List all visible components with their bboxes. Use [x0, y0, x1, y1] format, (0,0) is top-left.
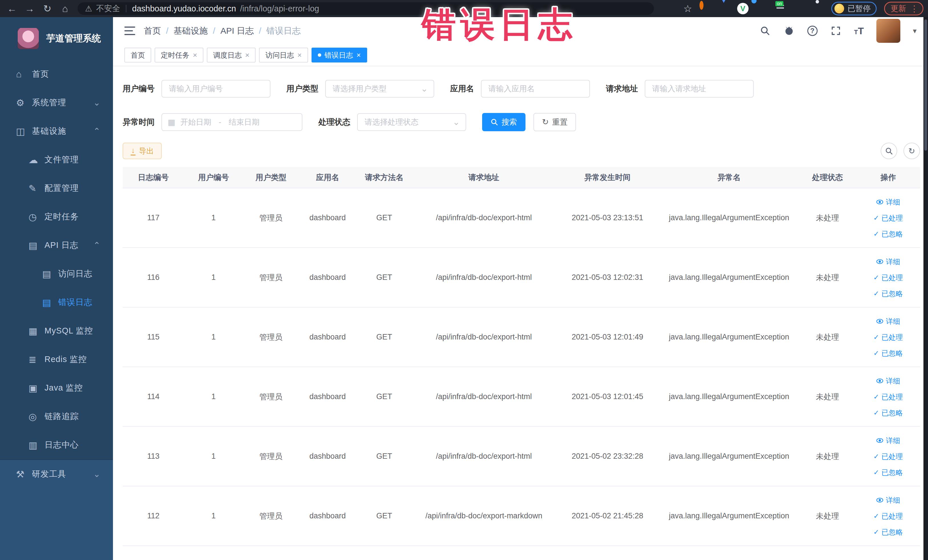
mark-processed-link[interactable]: ✓ 已处理 [858, 389, 918, 405]
detail-link[interactable]: 详细 [858, 373, 918, 389]
detail-link[interactable]: 详细 [858, 492, 918, 508]
tab-2[interactable]: 调度日志× [207, 48, 256, 63]
sidebar-item-jobs[interactable]: ◷定时任务 [0, 203, 113, 231]
table-row: 114 1 管理员 dashboard GET /api/infra/db-do… [123, 367, 920, 426]
cell-method: GET [356, 486, 412, 546]
back-icon[interactable]: ← [5, 1, 20, 16]
tab-1[interactable]: 定时任务× [155, 48, 203, 63]
search-icon[interactable] [759, 25, 771, 37]
sidebar-item-files[interactable]: ☁文件管理 [0, 145, 113, 174]
toggle-search-button[interactable] [881, 143, 897, 159]
cell-user-id: 1 [184, 486, 243, 546]
detail-link[interactable]: 详细 [858, 194, 918, 210]
reset-button-label: 重置 [552, 117, 568, 127]
github-icon[interactable] [783, 25, 795, 37]
browser-scrollbar[interactable] [923, 17, 928, 560]
reset-button[interactable]: ↻ 重置 [533, 113, 576, 131]
search-button[interactable]: 搜索 [482, 113, 525, 131]
detail-link[interactable]: 详细 [858, 313, 918, 329]
browser-update-button[interactable]: 更新 ⋮ [884, 2, 923, 15]
tab-4[interactable]: 错误日志× [311, 48, 367, 63]
sidebar-logo-row[interactable]: 芋道管理系统 [0, 17, 113, 60]
update-label: 更新 [891, 3, 906, 14]
fullscreen-icon[interactable] [830, 25, 841, 37]
cell-actions: 详细 ✓ 已处理 ✓ 已忽略 [856, 307, 920, 367]
reload-icon[interactable]: ↻ [40, 1, 55, 16]
font-size-icon[interactable]: TT [854, 25, 864, 37]
extension-icon-vee[interactable]: V [737, 3, 749, 14]
breadcrumb-infra[interactable]: 基础设施 [174, 25, 208, 37]
filter-user-id-input[interactable] [162, 80, 270, 98]
browser-home-icon[interactable]: ⌂ [58, 1, 72, 16]
mark-processed-link[interactable]: ✓ 已处理 [858, 210, 918, 226]
mark-ignored-link[interactable]: ✓ 已忽略 [858, 285, 918, 302]
tab-label: 首页 [131, 50, 145, 60]
mysql-monitor-icon: ▦ [29, 325, 44, 337]
mark-ignored-link[interactable]: ✓ 已忽略 [858, 524, 918, 540]
filter-user-type-select[interactable]: 请选择用户类型⌄ [325, 80, 434, 98]
sidebar-item-mysql-monitor[interactable]: ▦MySQL 监控 [0, 317, 113, 345]
breadcrumb-home[interactable]: 首页 [144, 25, 161, 37]
close-icon[interactable]: × [357, 51, 361, 59]
puzzle-extension-icon[interactable] [812, 3, 824, 14]
security-label[interactable]: 不安全 [96, 3, 120, 14]
kebab-menu-icon[interactable]: ⋮ [910, 4, 919, 14]
filter-label: 异常时间 [123, 117, 155, 128]
extension-icon-plant[interactable] [794, 3, 805, 14]
detail-link[interactable]: 详细 [858, 253, 918, 270]
filter-request-url-input[interactable] [645, 80, 754, 98]
user-avatar[interactable] [876, 19, 901, 43]
breadcrumb-api-log[interactable]: API 日志 [221, 25, 254, 37]
profile-paused-badge[interactable]: 已暂停 [831, 2, 877, 15]
sidebar-item-infra[interactable]: ◫基础设施⌃ [0, 117, 113, 145]
browser-actions: ☆ V 已暂停 更新 ⋮ [684, 2, 923, 15]
sidebar-item-devtools[interactable]: ⚒研发工具⌄ [0, 460, 113, 488]
sidebar-item-log-center[interactable]: ▥日志中心 [0, 431, 113, 459]
date-range-picker[interactable]: ▦ 开始日期 - 结束日期 [162, 113, 302, 131]
sidebar-item-access-log[interactable]: ▤访问日志 [0, 259, 113, 288]
cell-user-type: 管理员 [243, 188, 299, 248]
sidebar-item-config[interactable]: ✎配置管理 [0, 174, 113, 203]
sidebar-item-error-log[interactable]: ▤错误日志 [0, 288, 113, 317]
sidebar-item-api-log[interactable]: ▤API 日志⌃ [0, 231, 113, 259]
extension-icon-orange[interactable] [699, 3, 711, 14]
scrollbar-thumb[interactable] [924, 20, 927, 151]
forward-icon[interactable]: → [22, 1, 37, 16]
mark-ignored-link[interactable]: ✓ 已忽略 [858, 345, 918, 361]
extension-icon-grid[interactable] [756, 3, 768, 14]
sidebar-item-java-monitor[interactable]: ▣Java 监控 [0, 374, 113, 402]
help-icon[interactable]: ? [807, 26, 818, 36]
mark-ignored-link[interactable]: ✓ 已忽略 [858, 405, 918, 421]
error-log-icon: ▤ [42, 297, 58, 308]
mark-processed-link[interactable]: ✓ 已处理 [858, 329, 918, 345]
sidebar-item-trace[interactable]: ◎链路追踪 [0, 402, 113, 431]
mark-processed-link[interactable]: ✓ 已处理 [858, 508, 918, 524]
close-icon[interactable]: × [297, 51, 302, 59]
export-button[interactable]: ↓ 导出 [123, 143, 162, 159]
cell-user-type: 管理员 [243, 307, 299, 367]
chevron-down-icon[interactable]: ▾ [913, 26, 917, 35]
close-icon[interactable]: × [193, 51, 197, 59]
sidebar-item-label: MySQL 监控 [44, 325, 93, 337]
filter-process-status-select[interactable]: 请选择处理状态 ⌄ [357, 113, 466, 131]
close-icon[interactable]: × [245, 51, 249, 59]
tab-0[interactable]: 首页 [124, 48, 151, 63]
detail-link[interactable]: 详细 [858, 432, 918, 449]
sidebar-item-redis-monitor[interactable]: ≣Redis 监控 [0, 345, 113, 374]
sidebar-menu-light: ⚒研发工具⌄ [0, 459, 113, 560]
bookmark-star-icon[interactable]: ☆ [684, 3, 692, 14]
filter-app-name-input[interactable] [481, 80, 590, 98]
collapse-menu-icon[interactable] [124, 26, 135, 35]
tab-3[interactable]: 访问日志× [259, 48, 308, 63]
mark-ignored-link[interactable]: ✓ 已忽略 [858, 226, 918, 242]
mark-ignored-link[interactable]: ✓ 已忽略 [858, 464, 918, 481]
cell-process-status: 未处理 [799, 367, 856, 426]
sidebar-item-system[interactable]: ⚙系统管理⌄ [0, 89, 113, 117]
sidebar-item-home[interactable]: ⌂首页 [0, 60, 113, 89]
filter-label: 用户类型 [286, 83, 318, 94]
mark-processed-link[interactable]: ✓ 已处理 [858, 449, 918, 464]
mark-processed-link[interactable]: ✓ 已处理 [858, 270, 918, 285]
extension-icon-switch[interactable] [775, 3, 786, 14]
refresh-table-button[interactable]: ↻ [904, 143, 920, 159]
extension-icon-shield[interactable] [718, 3, 730, 14]
